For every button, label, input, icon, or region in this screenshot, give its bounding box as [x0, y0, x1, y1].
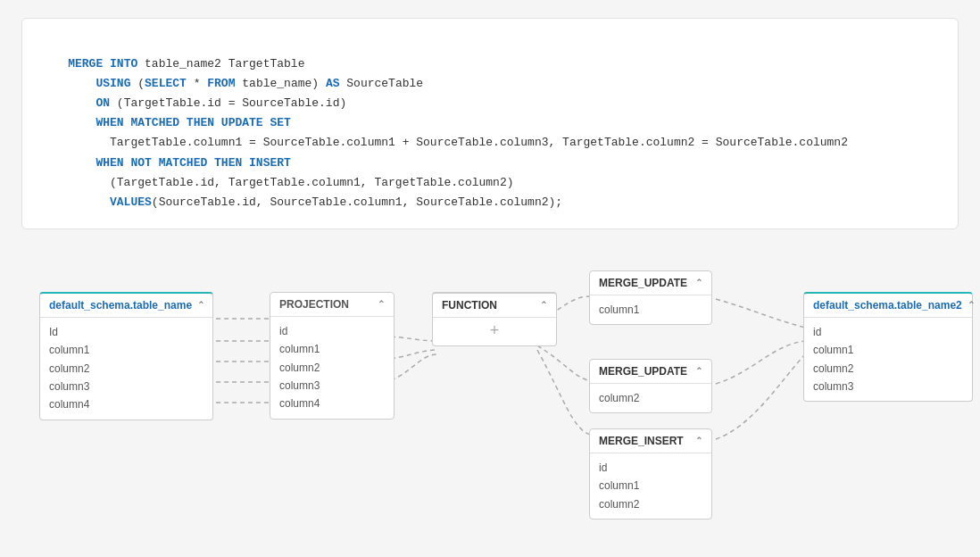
target-field-id: id: [813, 323, 963, 341]
projection-body: id column1 column2 column3 column4: [270, 317, 394, 419]
proj-field-id: id: [279, 322, 385, 340]
source-table-node: default_schema.table_name ⌃ Id column1 c…: [39, 292, 213, 420]
merge-update-1-node: MERGE_UPDATE ⌃ column1: [589, 270, 712, 325]
target-table-chevron[interactable]: ⌃: [968, 300, 975, 310]
target-field-col3: column3: [813, 378, 963, 395]
merge-insert-title: MERGE_INSERT: [599, 435, 684, 447]
merge-update-2-node: MERGE_UPDATE ⌃ column2: [589, 359, 712, 413]
target-table-title: default_schema.table_name2: [813, 299, 962, 312]
projection-chevron[interactable]: ⌃: [378, 299, 385, 309]
merge-update-1-title: MERGE_UPDATE: [599, 277, 687, 289]
projection-header: PROJECTION ⌃: [270, 293, 394, 317]
function-node: FUNCTION ⌃ +: [432, 292, 557, 346]
merge-update-2-title: MERGE_UPDATE: [599, 365, 687, 378]
merge-update-1-header: MERGE_UPDATE ⌃: [590, 271, 711, 295]
diagram-area: .dash-line { stroke: #aaa; stroke-width:…: [21, 256, 959, 542]
target-table-header: default_schema.table_name2 ⌃: [804, 294, 972, 318]
function-chevron[interactable]: ⌃: [540, 300, 547, 310]
function-plus: +: [433, 318, 556, 345]
source-field-col1: column1: [49, 341, 203, 359]
projection-title: PROJECTION: [279, 298, 349, 311]
merge-update-2-header: MERGE_UPDATE ⌃: [590, 360, 711, 384]
source-field-id: Id: [49, 323, 203, 341]
source-table-header: default_schema.table_name ⌃: [40, 294, 212, 318]
main-container: MERGE INTO table_name2 TargetTable USING…: [0, 0, 980, 557]
merge-insert-body: id column1 column2: [590, 453, 711, 519]
merge-insert-col1: column1: [599, 477, 702, 495]
proj-field-col1: column1: [279, 340, 385, 358]
function-title: FUNCTION: [442, 299, 497, 312]
proj-field-col4: column4: [279, 395, 385, 412]
source-field-col3: column3: [49, 378, 203, 395]
sql-code-block: MERGE INTO table_name2 TargetTable USING…: [21, 18, 959, 229]
merge-update-1-col1: column1: [599, 301, 702, 319]
source-table-chevron[interactable]: ⌃: [197, 300, 204, 310]
function-header: FUNCTION ⌃: [433, 294, 556, 318]
merge-update-2-body: column2: [590, 384, 711, 412]
merge-update-2-col2: column2: [599, 389, 702, 407]
proj-field-col2: column2: [279, 359, 385, 377]
merge-insert-col2: column2: [599, 495, 702, 513]
merge-update-1-body: column1: [590, 295, 711, 324]
merge-insert-node: MERGE_INSERT ⌃ id column1 column2: [589, 428, 712, 520]
source-field-col4: column4: [49, 395, 203, 413]
target-field-col1: column1: [813, 341, 963, 359]
target-table-node: default_schema.table_name2 ⌃ id column1 …: [803, 292, 973, 403]
merge-insert-id: id: [599, 459, 702, 477]
merge-update-1-chevron[interactable]: ⌃: [695, 278, 702, 287]
merge-insert-header: MERGE_INSERT ⌃: [590, 429, 711, 453]
source-field-col2: column2: [49, 360, 203, 378]
merge-insert-chevron[interactable]: ⌃: [695, 436, 702, 445]
merge-update-2-chevron[interactable]: ⌃: [695, 366, 702, 376]
source-table-title: default_schema.table_name: [49, 299, 192, 312]
source-table-body: Id column1 column2 column3 column4: [40, 318, 212, 420]
target-field-col2: column2: [813, 360, 963, 378]
proj-field-col3: column3: [279, 377, 385, 395]
target-table-body: id column1 column2 column3: [804, 318, 972, 402]
projection-node: PROJECTION ⌃ id column1 column2 column3 …: [270, 292, 394, 420]
